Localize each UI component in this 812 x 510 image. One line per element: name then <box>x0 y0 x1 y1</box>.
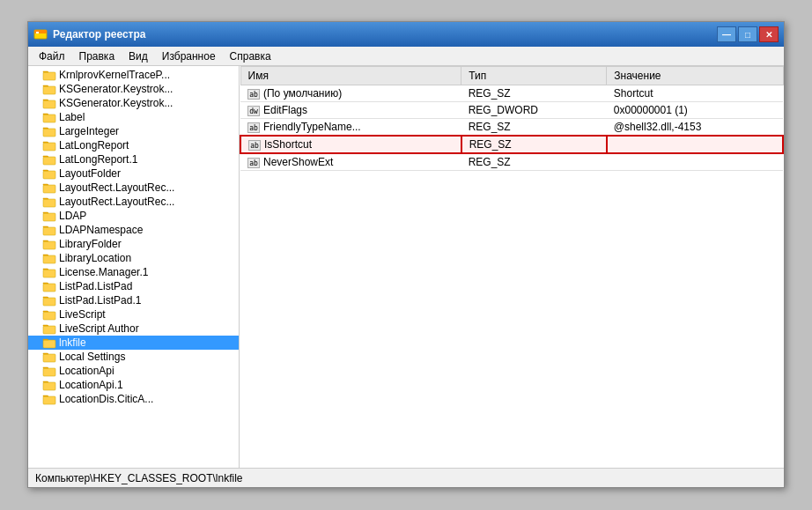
folder-icon <box>42 181 56 194</box>
cell-name: abIsShortcut <box>240 136 461 153</box>
tree-item-ksgeneratorkeystrok1[interactable]: KSGenerator.Keystrok... <box>28 82 239 96</box>
cell-name: abNeverShowExt <box>240 153 461 171</box>
tree-item-label: Label <box>59 111 85 123</box>
minimize-button[interactable]: — <box>717 26 736 42</box>
tree-item-localsettings[interactable]: Local Settings <box>28 350 239 364</box>
svg-rect-24 <box>43 368 55 376</box>
expand-arrow <box>32 351 42 362</box>
cell-value: Shortcut <box>607 85 783 102</box>
cell-name: dwEditFlags <box>240 102 461 119</box>
type-icon-ab: ab <box>247 89 260 100</box>
svg-rect-10 <box>43 171 55 179</box>
table-row[interactable]: dwEditFlagsREG_DWORD0x00000001 (1) <box>240 102 783 119</box>
expand-arrow <box>32 225 42 235</box>
tree-item-label[interactable]: Label <box>28 110 239 124</box>
svg-rect-4 <box>43 86 55 94</box>
folder-icon <box>42 97 56 109</box>
menu-file[interactable]: Файл <box>32 48 72 64</box>
tree-item-label: lnkfile <box>59 336 86 349</box>
value-name: EditFlags <box>263 104 307 116</box>
svg-rect-17 <box>43 270 55 277</box>
folder-icon <box>42 379 56 391</box>
tree-item-locationdis[interactable]: LocationDis.CiticA... <box>28 392 239 406</box>
svg-rect-19 <box>43 298 55 306</box>
tree-item-layoutrectlayoutrec1[interactable]: LayoutRect.LayoutRec... <box>28 181 239 195</box>
expand-arrow <box>32 309 42 320</box>
menu-edit[interactable]: Правка <box>72 48 122 64</box>
tree-item-locationapi[interactable]: LocationApi <box>28 364 239 378</box>
tree-item-label: ListPad.ListPad.1 <box>59 294 141 307</box>
maximize-button[interactable]: □ <box>738 26 757 42</box>
expand-arrow <box>32 211 42 221</box>
svg-rect-16 <box>43 255 55 263</box>
tree-item-label: LatLongReport.1 <box>59 153 137 166</box>
value-name: IsShortcut <box>264 138 312 151</box>
svg-rect-2 <box>36 32 39 33</box>
tree-item-listpadlistpad[interactable]: ListPad.ListPad <box>28 279 239 293</box>
cell-type: REG_SZ <box>461 136 607 153</box>
expand-arrow <box>32 126 42 137</box>
title-bar: Редактор реестра — □ ✕ <box>28 22 784 47</box>
tree-item-largeinteger[interactable]: LargeInteger <box>28 124 239 138</box>
value-name: (По умолчанию) <box>263 87 342 100</box>
svg-rect-25 <box>43 382 55 390</box>
folder-icon <box>42 266 56 278</box>
table-row[interactable]: abIsShortcutREG_SZ <box>240 136 783 153</box>
svg-rect-11 <box>43 185 55 193</box>
registry-tree-panel[interactable]: KrnlprovKernelTraceP... KSGenerator.Keys… <box>28 66 240 468</box>
tree-item-livescriptauthor[interactable]: LiveScript Author <box>28 322 239 336</box>
tree-item-libraryfolder[interactable]: LibraryFolder <box>28 237 239 251</box>
folder-icon <box>42 167 56 180</box>
folder-icon <box>42 224 56 236</box>
expand-arrow <box>32 196 42 207</box>
cell-type: REG_DWORD <box>461 102 607 119</box>
tree-item-lnkfile[interactable]: lnkfile <box>28 336 239 350</box>
tree-item-label: LibraryFolder <box>59 238 122 250</box>
folder-icon <box>42 322 56 335</box>
tree-item-livescript[interactable]: LiveScript <box>28 307 239 322</box>
folder-icon <box>42 83 56 95</box>
tree-item-ldap[interactable]: LDAP <box>28 209 239 223</box>
tree-item-ksgeneratorkeystrok2[interactable]: KSGenerator.Keystrok... <box>28 96 239 110</box>
folder-icon <box>42 210 56 222</box>
close-button[interactable]: ✕ <box>759 26 779 42</box>
svg-rect-20 <box>43 312 55 320</box>
svg-rect-7 <box>43 129 55 137</box>
tree-item-layoutrectlayoutrec2[interactable]: LayoutRect.LayoutRec... <box>28 195 239 209</box>
tree-item-locationapi1[interactable]: LocationApi.1 <box>28 378 239 392</box>
expand-arrow <box>32 323 42 334</box>
menu-favorites[interactable]: Избранное <box>155 48 223 64</box>
expand-arrow <box>32 168 42 179</box>
tree-item-latlongreport[interactable]: LatLongReport <box>28 138 239 152</box>
folder-icon <box>42 280 56 292</box>
svg-rect-26 <box>43 396 55 404</box>
expand-arrow <box>32 84 42 94</box>
svg-rect-12 <box>43 199 55 207</box>
table-row[interactable]: abNeverShowExtREG_SZ <box>240 153 783 171</box>
folder-icon <box>42 153 56 166</box>
tree-item-latlongreport1[interactable]: LatLongReport.1 <box>28 152 239 166</box>
svg-rect-23 <box>43 354 55 362</box>
tree-item-label: LibraryLocation <box>59 252 131 264</box>
menu-help[interactable]: Справка <box>223 48 278 64</box>
tree-inner: KrnlprovKernelTraceP... KSGenerator.Keys… <box>28 66 239 408</box>
expand-arrow <box>32 394 42 404</box>
svg-rect-6 <box>43 115 55 122</box>
tree-item-label: LargeInteger <box>59 125 119 137</box>
tree-item-layoutfolder[interactable]: LayoutFolder <box>28 166 239 181</box>
tree-item-librarylocation[interactable]: LibraryLocation <box>28 251 239 265</box>
title-bar-left: Редактор реестра <box>33 27 145 41</box>
tree-item-krnlprovkerneltrace[interactable]: KrnlprovKernelTraceP... <box>28 68 239 82</box>
tree-item-listpadlistpad1[interactable]: ListPad.ListPad.1 <box>28 293 239 307</box>
menu-view[interactable]: Вид <box>122 48 155 64</box>
title-bar-buttons: — □ ✕ <box>717 26 779 42</box>
type-icon-ab: ab <box>247 158 260 168</box>
value-name: NeverShowExt <box>263 156 333 168</box>
tree-item-licensemanager1[interactable]: License.Manager.1 <box>28 265 239 279</box>
folder-icon <box>42 139 56 152</box>
table-row[interactable]: abFriendlyTypeName...REG_SZ@shell32.dll,… <box>240 119 783 137</box>
tree-item-ldapnamespace[interactable]: LDAPNamespace <box>28 223 239 237</box>
table-row[interactable]: ab(По умолчанию)REG_SZShortcut <box>240 85 783 102</box>
expand-arrow <box>32 295 42 306</box>
registry-editor-window: Редактор реестра — □ ✕ Файл Правка Вид И… <box>27 21 785 488</box>
